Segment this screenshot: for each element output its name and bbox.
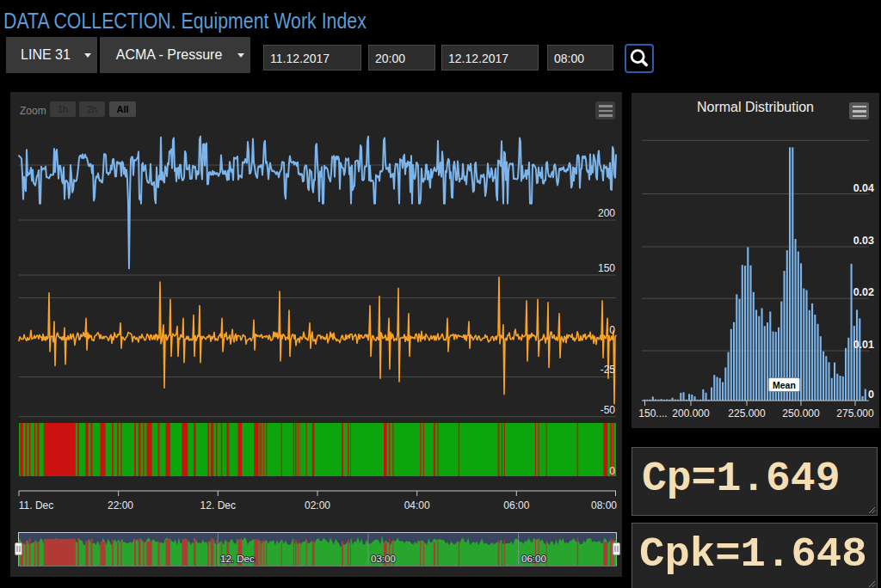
svg-text:12. Dec: 12. Dec [200, 499, 236, 511]
svg-text:0: 0 [868, 389, 874, 401]
svg-text:22:00: 22:00 [108, 499, 133, 511]
svg-text:200.000: 200.000 [672, 407, 710, 420]
svg-text:08:00: 08:00 [591, 499, 617, 511]
svg-text:03:00: 03:00 [371, 554, 396, 564]
svg-text:11. Dec: 11. Dec [19, 499, 53, 511]
svg-text:150....: 150.... [638, 407, 667, 420]
svg-text:0.03: 0.03 [853, 235, 874, 247]
svg-text:225.000: 225.000 [728, 407, 766, 420]
svg-text:250.000: 250.000 [782, 407, 820, 420]
svg-text:-50: -50 [601, 404, 616, 416]
svg-text:200: 200 [598, 207, 615, 219]
svg-text:275.000: 275.000 [836, 407, 874, 420]
svg-text:-25: -25 [601, 364, 616, 376]
svg-text:0.01: 0.01 [853, 339, 874, 351]
svg-text:0: 0 [609, 465, 615, 477]
svg-text:0.04: 0.04 [853, 182, 874, 194]
svg-text:0.02: 0.02 [853, 286, 874, 298]
svg-text:12. Dec: 12. Dec [220, 554, 255, 564]
svg-text:150: 150 [598, 262, 615, 274]
svg-text:04:00: 04:00 [404, 499, 430, 511]
svg-text:06:00: 06:00 [521, 554, 546, 564]
svg-text:06:00: 06:00 [503, 499, 529, 511]
svg-text:0: 0 [609, 324, 615, 336]
svg-text:02:00: 02:00 [305, 499, 330, 511]
